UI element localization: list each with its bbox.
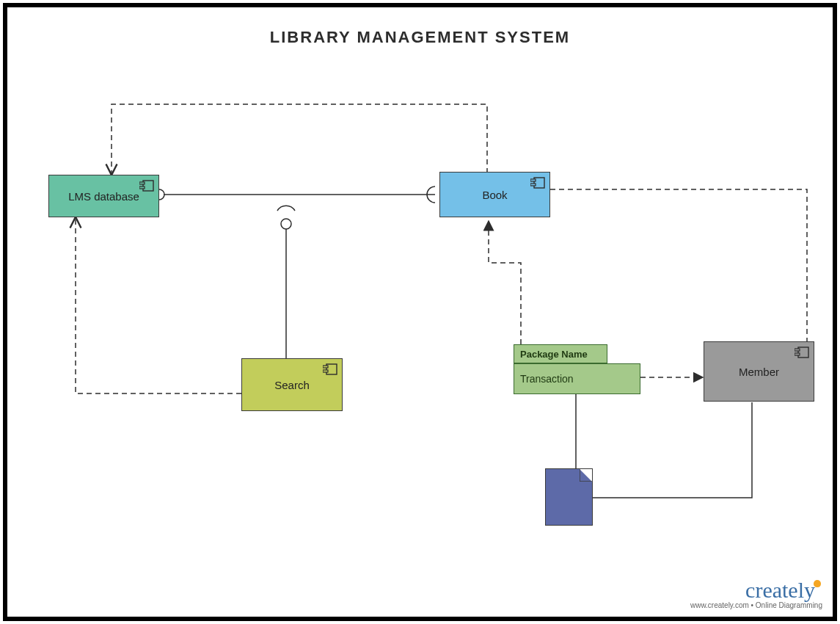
component-label: Book [478, 187, 511, 203]
svg-rect-14 [795, 349, 800, 351]
package-body: Transaction [514, 363, 640, 394]
svg-rect-12 [323, 370, 328, 372]
component-label: Search [270, 377, 314, 393]
svg-rect-5 [139, 182, 145, 184]
brand-logo: creately [690, 578, 822, 603]
component-icon [795, 347, 809, 358]
svg-rect-9 [530, 184, 536, 186]
component-icon [530, 177, 545, 189]
diagram-title: LIBRARY MANAGEMENT SYSTEM [7, 28, 833, 47]
component-icon [323, 363, 337, 375]
svg-rect-15 [795, 353, 800, 355]
footer: creately www.creately.com • Online Diagr… [690, 578, 822, 609]
document-fold-icon [580, 468, 593, 482]
brand-text: creately [745, 578, 815, 602]
component-lms-database[interactable]: LMS database [48, 175, 159, 217]
component-label: Member [734, 364, 784, 380]
component-label: LMS database [64, 189, 144, 204]
package-transaction[interactable]: Package Name Transaction [514, 344, 640, 394]
package-tab: Package Name [514, 344, 607, 363]
artifact-document[interactable] [545, 468, 593, 526]
connectors-layer [7, 7, 833, 617]
brand-tagline: www.creately.com • Online Diagramming [690, 601, 822, 609]
component-member[interactable]: Member [704, 341, 814, 402]
package-body-label: Transaction [520, 373, 574, 385]
component-book[interactable]: Book [439, 172, 550, 217]
svg-rect-6 [139, 186, 145, 189]
bulb-icon [814, 580, 821, 587]
svg-marker-16 [580, 468, 593, 482]
component-icon [139, 180, 154, 192]
svg-rect-8 [530, 179, 536, 181]
diagram-frame: LIBRARY MANAGEMENT SYSTEM [3, 3, 837, 621]
component-search[interactable]: Search [241, 358, 343, 411]
package-tab-label: Package Name [520, 349, 588, 360]
svg-rect-11 [323, 366, 328, 368]
svg-point-1 [281, 219, 291, 229]
